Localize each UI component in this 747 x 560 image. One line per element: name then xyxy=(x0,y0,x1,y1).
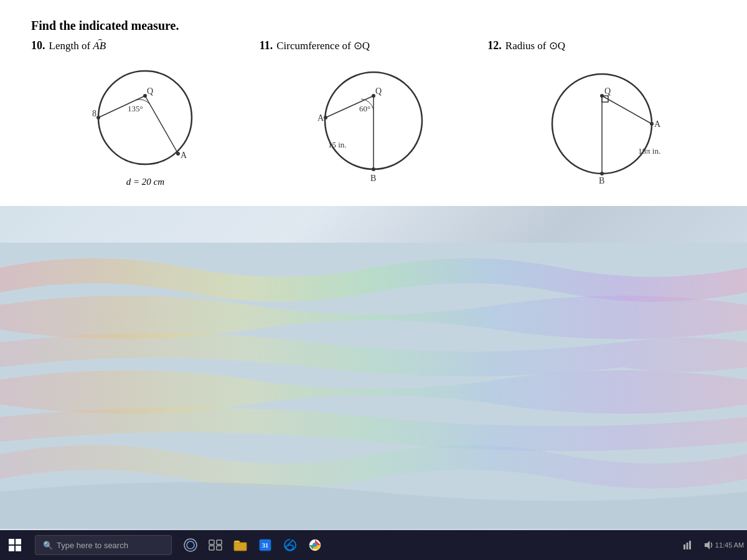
svg-point-44 xyxy=(313,543,317,547)
svg-text:B: B xyxy=(370,174,376,183)
problem-11-diagram: Q A B 60° xyxy=(314,62,433,186)
svg-rect-37 xyxy=(209,546,214,550)
svg-rect-39 xyxy=(234,543,247,551)
start-button[interactable] xyxy=(0,530,30,560)
problem-11-header: 11. Circumference of ⊙Q xyxy=(260,39,370,52)
svg-text:A: A xyxy=(654,119,661,129)
svg-rect-45 xyxy=(684,544,685,549)
search-bar[interactable]: 🔍 Type here to search xyxy=(35,535,172,555)
page-wrapper: Find the indicated measure. 10. Length o… xyxy=(0,0,747,560)
task-view-button[interactable] xyxy=(207,536,224,554)
search-icon: 🔍 xyxy=(43,541,53,550)
svg-text:Q: Q xyxy=(604,86,611,96)
svg-text:31: 31 xyxy=(262,542,268,549)
svg-text:135°: 135° xyxy=(128,104,143,113)
problem-12-diagram: Q A B 18π in. xyxy=(540,62,664,186)
svg-line-6 xyxy=(145,96,178,154)
svg-text:B: B xyxy=(599,176,604,185)
svg-text:8: 8 xyxy=(92,109,96,118)
windows-icon xyxy=(9,539,21,551)
svg-rect-47 xyxy=(689,541,691,549)
svg-text:Q: Q xyxy=(375,86,382,96)
sound-icon[interactable] xyxy=(701,538,716,553)
svg-text:60°: 60° xyxy=(359,104,370,113)
file-explorer-button[interactable] xyxy=(232,536,249,554)
wave-area xyxy=(0,243,747,529)
chrome-button[interactable] xyxy=(306,536,324,554)
svg-text:A: A xyxy=(181,151,187,160)
svg-point-0 xyxy=(98,71,192,164)
problem-10-diagram: Q 8 A 135° xyxy=(89,62,201,187)
problem-11-number: 11. xyxy=(260,39,273,52)
svg-rect-38 xyxy=(217,546,222,550)
svg-point-34 xyxy=(187,541,194,549)
taskbar-right: 11:45 AM xyxy=(680,538,747,553)
svg-rect-46 xyxy=(687,543,688,549)
network-icon[interactable] xyxy=(680,538,695,553)
search-placeholder: Type here to search xyxy=(57,541,128,550)
svg-text:Q: Q xyxy=(147,86,153,96)
svg-marker-48 xyxy=(705,541,710,549)
svg-text:15 in.: 15 in. xyxy=(328,140,347,149)
problems-row: 10. Length of AB⌢ Q 8 xyxy=(31,39,716,187)
svg-rect-35 xyxy=(209,540,214,544)
cortana-button[interactable] xyxy=(182,536,199,554)
calendar-button[interactable]: 31 xyxy=(256,536,274,554)
edge-button[interactable] xyxy=(281,536,299,554)
problem-10-header: 10. Length of AB⌢ xyxy=(31,39,106,52)
problem-10-given: d = 20 cm xyxy=(126,177,164,187)
svg-point-7 xyxy=(176,152,180,156)
problem-10: 10. Length of AB⌢ Q 8 xyxy=(31,39,260,187)
page-heading: Find the indicated measure. xyxy=(31,19,716,33)
problem-12-header: 12. Radius of ⊙Q xyxy=(487,39,565,52)
problem-12-number: 12. xyxy=(487,39,502,52)
problem-11: 11. Circumference of ⊙Q Q A xyxy=(260,39,488,186)
svg-line-28 xyxy=(602,96,652,124)
svg-text:18π in.: 18π in. xyxy=(638,146,660,156)
svg-rect-36 xyxy=(217,540,222,544)
problem-10-label: Length of AB⌢ xyxy=(49,40,106,52)
taskbar: 🔍 Type here to search xyxy=(0,530,747,560)
svg-text:A: A xyxy=(317,113,324,123)
problem-12: 12. Radius of ⊙Q Q A xyxy=(487,39,716,186)
problem-11-label: Circumference of ⊙Q xyxy=(276,39,370,52)
clock-area[interactable]: 11:45 AM xyxy=(722,538,737,553)
svg-point-33 xyxy=(184,539,197,551)
problem-12-label: Radius of ⊙Q xyxy=(505,39,565,52)
white-content-section: Find the indicated measure. 10. Length o… xyxy=(0,0,747,206)
taskbar-icons: 31 xyxy=(182,536,324,554)
problem-10-number: 10. xyxy=(31,39,45,52)
